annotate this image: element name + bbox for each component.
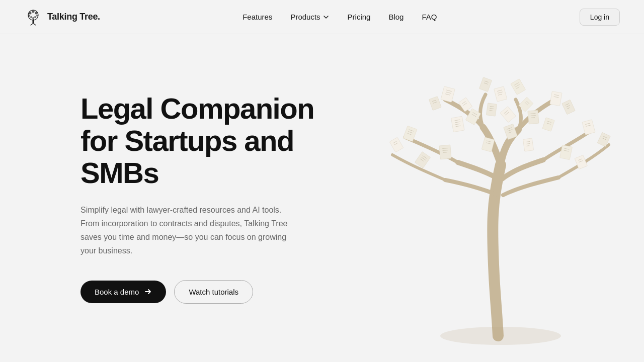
svg-rect-55 <box>486 103 497 116</box>
logo-text: Talking Tree. <box>47 12 100 22</box>
navigation: Talking Tree. Features Products Pricing … <box>0 0 644 34</box>
svg-rect-27 <box>429 97 441 111</box>
svg-rect-72 <box>439 145 451 159</box>
svg-rect-49 <box>542 118 554 131</box>
hero-buttons: Book a demo Watch tutorials <box>80 280 352 304</box>
svg-rect-9 <box>33 19 34 24</box>
chevron-down-icon <box>323 14 330 21</box>
svg-rect-59 <box>582 120 595 135</box>
login-button[interactable]: Log in <box>580 9 620 26</box>
book-demo-button[interactable]: Book a demo <box>80 281 166 303</box>
svg-point-1 <box>29 12 32 14</box>
svg-rect-16 <box>479 77 492 92</box>
svg-point-7 <box>34 16 36 18</box>
nav-pricing[interactable]: Pricing <box>348 13 371 21</box>
nav-products[interactable]: Products <box>290 13 329 21</box>
svg-point-4 <box>28 15 30 17</box>
tree-illustration <box>342 34 644 362</box>
svg-line-10 <box>31 24 33 25</box>
nav-blog[interactable]: Blog <box>388 13 404 21</box>
nav-faq[interactable]: FAQ <box>422 13 437 21</box>
arrow-right-icon <box>144 288 152 296</box>
svg-line-11 <box>34 24 36 25</box>
hero-subtitle: Simplify legal with lawyer‑crafted resou… <box>80 203 292 258</box>
svg-rect-19 <box>511 79 526 95</box>
svg-rect-99 <box>523 138 533 151</box>
svg-point-3 <box>35 12 38 14</box>
svg-rect-52 <box>500 107 516 123</box>
svg-point-5 <box>36 15 38 17</box>
logo-icon <box>24 8 42 26</box>
logo-link[interactable]: Talking Tree. <box>24 8 100 26</box>
svg-point-103 <box>440 327 561 345</box>
svg-rect-33 <box>562 100 575 114</box>
svg-rect-12 <box>494 86 507 102</box>
hero-title: Legal Companion for Startups and SMBs <box>80 93 352 189</box>
svg-point-2 <box>32 10 35 13</box>
svg-point-8 <box>32 17 34 19</box>
watch-tutorials-button[interactable]: Watch tutorials <box>174 280 253 304</box>
nav-features[interactable]: Features <box>243 13 272 21</box>
svg-rect-69 <box>389 137 404 152</box>
svg-rect-45 <box>528 110 539 124</box>
svg-rect-23 <box>441 86 455 103</box>
svg-point-6 <box>30 16 32 18</box>
nav-links: Features Products Pricing Blog FAQ <box>243 13 437 21</box>
hero-section: Legal Companion for Startups and SMBs Si… <box>0 34 644 362</box>
svg-rect-30 <box>550 91 562 106</box>
svg-rect-82 <box>415 152 430 168</box>
hero-content: Legal Companion for Startups and SMBs Si… <box>80 93 352 303</box>
svg-rect-65 <box>403 126 417 141</box>
